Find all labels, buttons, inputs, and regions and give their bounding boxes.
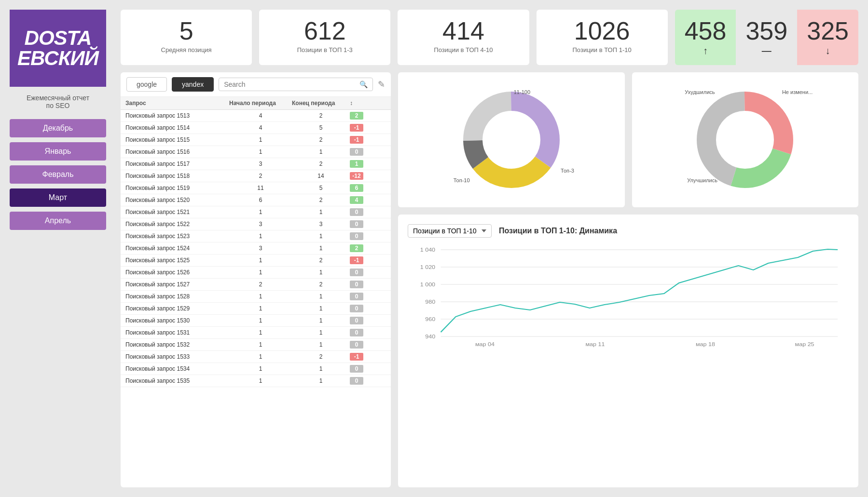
table-row: Поисковый запрос 1522 3 3 0 [121, 218, 391, 230]
row-start: 1 [229, 341, 292, 348]
metric-dropdown[interactable]: Позиции в ТОП 1-10 [408, 224, 492, 238]
table-row: Поисковый запрос 1516 1 1 0 [121, 146, 391, 158]
table-scroll[interactable]: Поисковый запрос 1513 4 2 2 Поисковый за… [121, 110, 391, 486]
row-start: 3 [229, 245, 292, 252]
row-query: Поисковый запрос 1520 [125, 197, 229, 203]
month-january[interactable]: Январь [10, 142, 106, 161]
arrow-up-icon: ↑ [685, 45, 727, 56]
col-query: Запрос [125, 100, 229, 107]
col-start: Начало периода [229, 100, 292, 107]
row-end: 2 [292, 281, 350, 288]
row-end: 3 [292, 221, 350, 228]
arrow-neutral-icon: — [745, 45, 787, 56]
col-diff: ↕ [350, 100, 376, 107]
row-query: Поисковый запрос 1532 [125, 341, 229, 348]
row-diff: 0 [350, 341, 376, 349]
row-diff: 2 [350, 244, 376, 252]
month-march[interactable]: Март [10, 188, 106, 207]
row-query: Поисковый запрос 1522 [125, 221, 229, 228]
row-diff: 0 [350, 232, 376, 240]
table-row: Поисковый запрос 1535 1 1 0 [121, 375, 391, 387]
row-start: 1 [229, 233, 292, 240]
row-query: Поисковый запрос 1524 [125, 245, 229, 252]
brush-icon[interactable]: ✎ [378, 79, 385, 90]
line-chart-header: Позиции в ТОП 1-10 Позиции в ТОП 1-10: Д… [408, 224, 849, 238]
row-diff: -1 [350, 256, 376, 264]
row-end: 2 [292, 112, 350, 119]
row-start: 2 [229, 173, 292, 179]
row-query: Поисковый запрос 1517 [125, 161, 229, 167]
table-row: Поисковый запрос 1521 1 1 0 [121, 206, 391, 218]
row-end: 1 [292, 148, 350, 155]
donut-svg-2 [692, 87, 798, 193]
table-row: Поисковый запрос 1529 1 1 0 [121, 303, 391, 315]
row-end: 1 [292, 377, 350, 384]
row-end: 1 [292, 269, 350, 276]
line-chart-card: Позиции в ТОП 1-10 Позиции в ТОП 1-10: Д… [398, 215, 858, 487]
row-start: 1 [229, 269, 292, 276]
stat-number-top13: 612 [269, 18, 381, 43]
row-end: 5 [292, 185, 350, 191]
row-end: 2 [292, 197, 350, 203]
sidebar: DOSTA ЕВСКИЙ Ежемесячный отчетпо SEO Дек… [0, 0, 116, 497]
row-query: Поисковый запрос 1530 [125, 317, 229, 324]
row-end: 14 [292, 173, 350, 179]
row-end: 1 [292, 317, 350, 324]
table-row: Поисковый запрос 1514 4 5 -1 [121, 122, 391, 134]
row-end: 1 [292, 365, 350, 372]
table-row: Поисковый запрос 1519 11 5 6 [121, 182, 391, 194]
row-diff: 0 [350, 305, 376, 312]
row-diff: 0 [350, 208, 376, 216]
tab-google[interactable]: google [126, 77, 167, 92]
row-start: 1 [229, 293, 292, 300]
svg-text:мар 18: мар 18 [696, 341, 716, 348]
stat-number-top110: 1026 [546, 18, 658, 43]
row-end: 5 [292, 124, 350, 131]
row-start: 1 [229, 148, 292, 155]
logo: DOSTA ЕВСКИЙ [10, 10, 106, 87]
tab-row: google yandex 🔍 ✎ [121, 72, 391, 97]
data-table: Запрос Начало периода Конец периода ↕ По… [121, 97, 391, 487]
donut2-label-unchanged: Не измени... [782, 89, 813, 95]
row-end: 1 [292, 293, 350, 300]
row-end: 1 [292, 341, 350, 348]
table-row: Поисковый запрос 1533 1 2 -1 [121, 351, 391, 363]
logo-line1: DOSTA [17, 28, 98, 48]
donut1-label-top3: Топ-3 [561, 168, 574, 174]
table-row: Поисковый запрос 1528 1 1 0 [121, 291, 391, 303]
month-december[interactable]: Декабрь [10, 119, 106, 137]
svg-text:940: 940 [425, 334, 435, 340]
table-panel: google yandex 🔍 ✎ Запрос Начало периода … [121, 72, 391, 487]
stat-number-unchanged: 359 [745, 18, 787, 43]
row-start: 1 [229, 136, 292, 143]
donut1-label-100: 11-100 [514, 89, 530, 95]
table-row: Поисковый запрос 1523 1 1 0 [121, 230, 391, 242]
month-february[interactable]: Февраль [10, 165, 106, 184]
row-query: Поисковый запрос 1531 [125, 329, 229, 336]
svg-point-4 [485, 113, 538, 166]
row-query: Поисковый запрос 1529 [125, 305, 229, 312]
row-diff: 0 [350, 365, 376, 373]
table-row: Поисковый запрос 1518 2 14 -12 [121, 170, 391, 182]
row-end: 2 [292, 353, 350, 360]
row-query: Поисковый запрос 1514 [125, 124, 229, 131]
row-query: Поисковый запрос 1526 [125, 269, 229, 276]
row-query: Поисковый запрос 1523 [125, 233, 229, 240]
donut-svg-1 [458, 87, 565, 193]
row-diff: 6 [350, 184, 376, 192]
month-april[interactable]: Апрель [10, 212, 106, 230]
row-diff: -1 [350, 136, 376, 144]
col-end: Конец периода [292, 100, 350, 107]
stat-avg-position: 5 Средняя позиция [121, 10, 252, 65]
stat-top4-10: 414 Позиции в ТОП 4-10 [398, 10, 529, 65]
table-row: Поисковый запрос 1534 1 1 0 [121, 363, 391, 375]
search-input[interactable] [224, 81, 357, 88]
row-start: 1 [229, 377, 292, 384]
stat-top1-3: 612 Позиции в ТОП 1-3 [259, 10, 390, 65]
table-row: Поисковый запрос 1520 6 2 4 [121, 194, 391, 206]
stat-number-avg: 5 [130, 18, 242, 43]
row-end: 2 [292, 161, 350, 167]
stat-number-top410: 414 [407, 18, 519, 43]
row-start: 1 [229, 353, 292, 360]
tab-yandex[interactable]: yandex [172, 77, 214, 92]
